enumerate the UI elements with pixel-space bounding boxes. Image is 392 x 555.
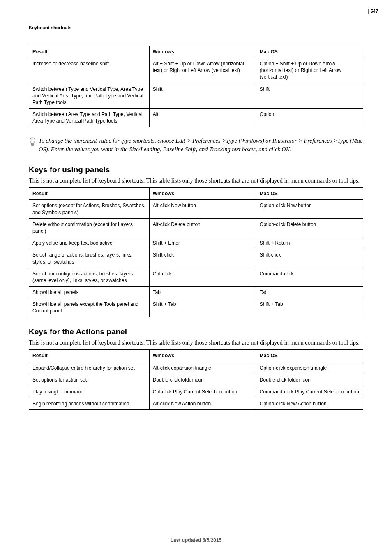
cell-macos: Tab xyxy=(256,287,363,298)
table-row: Switch between Area Type and Path Type, … xyxy=(29,109,363,127)
cell-result: Select noncontiguous actions, brushes, l… xyxy=(29,268,150,286)
cell-macos: Shift xyxy=(256,83,363,109)
page-number-wrap: 547 xyxy=(368,7,378,15)
cell-windows: Double-click folder icon xyxy=(149,374,256,386)
cell-result: Switch between Type and Vertical Type, A… xyxy=(29,83,150,109)
svg-rect-0 xyxy=(31,143,33,144)
cell-windows: Alt-click New button xyxy=(149,200,256,218)
cell-macos: Option-click Delete button xyxy=(256,218,363,237)
col-macos-header: Mac OS xyxy=(256,188,363,200)
cell-macos: Shift-click xyxy=(256,249,363,268)
table-row: Play a single command Ctrl-click Play Cu… xyxy=(29,386,363,398)
col-macos-header: Mac OS xyxy=(256,350,363,362)
panels-table: Result Windows Mac OS Set options (excep… xyxy=(29,187,363,317)
svg-rect-1 xyxy=(31,144,33,145)
col-macos-header: Mac OS xyxy=(256,46,363,58)
cell-result: Begin recording actions without confirma… xyxy=(29,398,150,410)
cell-macos: Shift + Return xyxy=(256,237,363,249)
table-row: Show/Hide all panels except the Tools pa… xyxy=(29,298,363,317)
col-windows-header: Windows xyxy=(149,188,256,200)
cell-result: Show/Hide all panels except the Tools pa… xyxy=(29,298,150,317)
table-row: Delete without confirmation (except for … xyxy=(29,218,363,237)
table-row: Set options (except for Actions, Brushes… xyxy=(29,200,363,218)
table-row: Switch between Type and Vertical Type, A… xyxy=(29,83,363,109)
tip-text: To change the increment value for type s… xyxy=(39,136,363,154)
cell-result: Play a single command xyxy=(29,386,150,398)
cell-result: Select range of actions, brushes, layers… xyxy=(29,249,150,268)
cell-macos: Double-click folder icon xyxy=(256,374,363,386)
col-result-header: Result xyxy=(29,350,150,362)
table-row: Show/Hide all panels Tab Tab xyxy=(29,287,363,298)
cell-windows: Alt-click New Action button xyxy=(149,398,256,410)
cell-macos: Option-click New Action button xyxy=(256,398,363,410)
cell-windows: Alt xyxy=(149,109,256,127)
cell-windows: Alt-click Delete button xyxy=(149,218,256,237)
cell-result: Set options for action set xyxy=(29,374,150,386)
actions-table: Result Windows Mac OS Expand/Collapse en… xyxy=(29,349,363,410)
cell-macos: Command-click xyxy=(256,268,363,286)
cell-result: Show/Hide all panels xyxy=(29,287,150,298)
intro-actions-panel: This is not a complete list of keyboard … xyxy=(29,338,363,347)
cell-macos: Option xyxy=(256,109,363,127)
tip-block: To change the increment value for type s… xyxy=(29,136,363,154)
cell-macos: Command-click Play Current Selection but… xyxy=(256,386,363,398)
type-shortcuts-table: Result Windows Mac OS Increase or decrea… xyxy=(29,46,363,127)
page-footer: Last updated 6/5/2015 xyxy=(0,537,392,543)
cell-result: Set options (except for Actions, Brushes… xyxy=(29,200,150,218)
cell-macos: Option-click expansion triangle xyxy=(256,362,363,374)
cell-windows: Shift xyxy=(149,83,256,109)
cell-windows: Ctrl-click xyxy=(149,268,256,286)
cell-macos: Option + Shift + Up or Down Arrow (horiz… xyxy=(256,58,363,83)
table-row: Apply value and keep text box active Shi… xyxy=(29,237,363,249)
cell-macos: Shift + Tab xyxy=(256,298,363,317)
page-number: 547 xyxy=(368,9,378,14)
cell-windows: Shift + Tab xyxy=(149,298,256,317)
col-result-header: Result xyxy=(29,46,150,58)
table-row: Select range of actions, brushes, layers… xyxy=(29,249,363,268)
cell-windows: Tab xyxy=(149,287,256,298)
running-head: Keyboard shortcuts xyxy=(29,25,363,31)
table-row: Increase or decrease baseline shift Alt … xyxy=(29,58,363,83)
cell-result: Apply value and keep text box active xyxy=(29,237,150,249)
cell-result: Increase or decrease baseline shift xyxy=(29,58,150,83)
cell-windows: Shift + Enter xyxy=(149,237,256,249)
intro-using-panels: This is not a complete list of keyboard … xyxy=(29,176,363,185)
table-row: Set options for action set Double-click … xyxy=(29,374,363,386)
page: 547 Keyboard shortcuts Result Windows Ma… xyxy=(0,0,392,555)
cell-windows: Alt-click expansion triangle xyxy=(149,362,256,374)
cell-macos: Option-click New button xyxy=(256,200,363,218)
col-windows-header: Windows xyxy=(149,350,256,362)
cell-windows: Alt + Shift + Up or Down Arrow (horizont… xyxy=(149,58,256,83)
cell-result: Switch between Area Type and Path Type, … xyxy=(29,109,150,127)
col-windows-header: Windows xyxy=(149,46,256,58)
cell-windows: Ctrl-click Play Current Selection button xyxy=(149,386,256,398)
table-row: Begin recording actions without confirma… xyxy=(29,398,363,410)
heading-using-panels: Keys for using panels xyxy=(29,164,363,175)
table-row: Expand/Collapse entire hierarchy for act… xyxy=(29,362,363,374)
cell-result: Delete without confirmation (except for … xyxy=(29,218,150,237)
lightbulb-icon xyxy=(29,136,36,149)
cell-result: Expand/Collapse entire hierarchy for act… xyxy=(29,362,150,374)
cell-windows: Shift-click xyxy=(149,249,256,268)
heading-actions-panel: Keys for the Actions panel xyxy=(29,326,363,337)
col-result-header: Result xyxy=(29,188,150,200)
table-row: Select noncontiguous actions, brushes, l… xyxy=(29,268,363,286)
